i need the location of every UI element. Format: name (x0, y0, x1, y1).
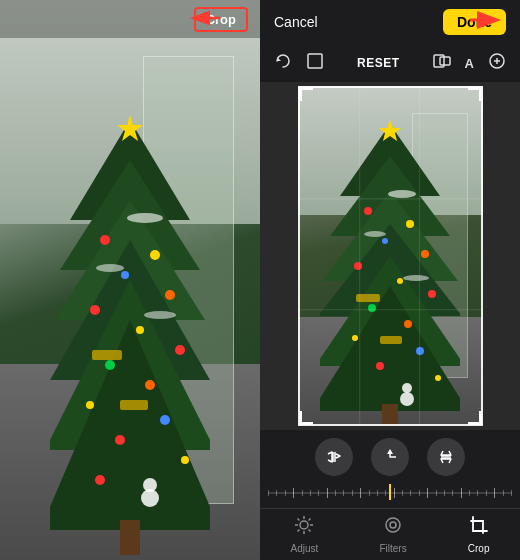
svg-rect-65 (380, 336, 402, 344)
plus-circle-icon[interactable] (488, 52, 506, 74)
svg-point-7 (100, 235, 110, 245)
svg-point-55 (404, 320, 412, 328)
svg-rect-64 (356, 294, 380, 302)
svg-point-11 (90, 305, 100, 315)
crop-badge: Crop (194, 7, 248, 32)
svg-line-80 (298, 530, 300, 532)
svg-rect-36 (440, 57, 450, 65)
right-topbar: Cancel Done (260, 0, 520, 44)
rotate-icon[interactable] (274, 52, 292, 74)
editing-photo (298, 86, 483, 426)
tab-bar: Adjust Filters Crop (260, 508, 520, 560)
adjust-label: Adjust (291, 543, 319, 554)
svg-point-20 (95, 475, 105, 485)
svg-point-54 (368, 304, 376, 312)
tab-filters[interactable]: Filters (379, 515, 406, 554)
svg-point-48 (406, 220, 414, 228)
bottom-controls: Adjust Filters Crop (260, 430, 520, 560)
svg-marker-72 (387, 449, 393, 454)
svg-point-57 (416, 347, 424, 355)
aspect-ratio-icon[interactable] (433, 52, 451, 74)
svg-line-81 (309, 519, 311, 521)
tab-crop[interactable]: Crop (468, 515, 490, 554)
rotation-slider[interactable] (260, 480, 520, 508)
svg-point-61 (364, 231, 386, 237)
svg-point-8 (150, 250, 160, 260)
tab-adjust[interactable]: Adjust (291, 515, 319, 554)
svg-rect-26 (120, 400, 148, 410)
svg-point-21 (127, 213, 163, 223)
left-topbar: Crop (0, 0, 260, 38)
flip-vertical-button[interactable] (427, 438, 465, 476)
svg-point-83 (390, 522, 396, 528)
svg-point-22 (96, 264, 124, 272)
svg-point-50 (421, 250, 429, 258)
svg-point-16 (86, 401, 94, 409)
svg-point-73 (300, 521, 308, 529)
svg-point-60 (388, 190, 416, 198)
crop-photo-container (298, 86, 483, 426)
filters-label: Filters (379, 543, 406, 554)
rotate-button[interactable] (371, 438, 409, 476)
svg-point-49 (382, 238, 388, 244)
done-button[interactable]: Done (443, 9, 506, 35)
svg-point-12 (136, 326, 144, 334)
crop-icon (469, 515, 489, 540)
reset-button[interactable]: RESET (357, 56, 400, 70)
svg-point-19 (181, 456, 189, 464)
svg-point-47 (364, 207, 372, 215)
svg-point-15 (145, 380, 155, 390)
svg-point-66 (402, 383, 412, 393)
right-icon-group: A (433, 52, 506, 74)
svg-rect-46 (382, 404, 398, 426)
cancel-button[interactable]: Cancel (274, 14, 318, 30)
svg-rect-6 (120, 520, 140, 555)
svg-line-79 (309, 530, 311, 532)
svg-point-59 (435, 375, 441, 381)
tree-right-svg (320, 116, 460, 426)
svg-point-56 (352, 335, 358, 341)
crop-label: Crop (468, 543, 490, 554)
svg-point-28 (141, 489, 159, 507)
crop-free-icon[interactable] (306, 52, 324, 74)
left-panel: Crop (0, 0, 260, 560)
svg-point-9 (121, 271, 129, 279)
slider-center-marker (389, 484, 391, 500)
svg-line-78 (298, 519, 300, 521)
svg-point-23 (144, 311, 176, 319)
text-a-icon[interactable]: A (465, 56, 474, 71)
svg-point-13 (175, 345, 185, 355)
photo-area (260, 82, 520, 430)
svg-point-67 (400, 392, 414, 406)
tree-left-svg (50, 110, 210, 560)
svg-point-51 (354, 262, 362, 270)
toolbar-row: RESET A (260, 44, 520, 82)
svg-point-18 (115, 435, 125, 445)
svg-point-62 (403, 275, 429, 281)
svg-rect-25 (92, 350, 122, 360)
original-photo (0, 0, 260, 560)
svg-point-58 (376, 362, 384, 370)
svg-point-82 (386, 518, 400, 532)
svg-point-52 (397, 278, 403, 284)
flip-horizontal-button[interactable] (315, 438, 353, 476)
svg-point-53 (428, 290, 436, 298)
left-icon-group (274, 52, 324, 74)
svg-point-10 (165, 290, 175, 300)
filters-icon (383, 515, 403, 540)
action-buttons-row (260, 430, 520, 480)
svg-point-17 (160, 415, 170, 425)
svg-point-14 (105, 360, 115, 370)
adjust-icon (294, 515, 314, 540)
svg-rect-34 (308, 54, 322, 68)
right-panel: Cancel Done RESET (260, 0, 520, 560)
